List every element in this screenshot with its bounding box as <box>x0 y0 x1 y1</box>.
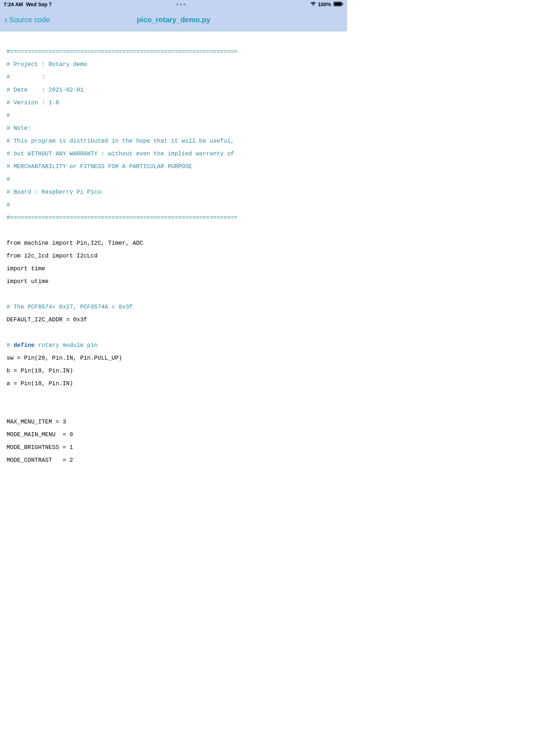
code-line <box>7 403 341 416</box>
code-text: MODE_MAIN_MENU = 0 <box>7 431 73 439</box>
wifi-icon <box>310 1 316 8</box>
svg-rect-1 <box>334 2 342 5</box>
code-line: #=======================================… <box>7 46 341 58</box>
code-text: MODE_CONTRAST = 2 <box>7 457 73 464</box>
code-text: from machine import Pin,I2C, Timer, ADC <box>7 240 143 247</box>
back-label: Source code <box>9 16 50 24</box>
code-line: # <box>7 109 341 122</box>
battery-percent: 100% <box>318 1 331 7</box>
code-keyword: define <box>13 342 35 349</box>
code-line <box>7 326 341 339</box>
code-line <box>7 390 341 403</box>
code-comment: # Version : 1.0 <box>7 99 59 107</box>
status-time: 7:24 AM <box>4 1 23 7</box>
code-viewer[interactable]: #=======================================… <box>0 31 347 473</box>
code-line: # <box>7 173 341 186</box>
code-line: # Project : Rotary demo <box>7 58 341 71</box>
code-line: # The PCF8574= 0x27, PCF8574A = 0x3f <box>7 301 341 314</box>
code-line: # Board : Raspberry Pi Pico <box>7 186 341 199</box>
code-comment: #=======================================… <box>7 214 238 222</box>
code-text: b = Pin(19, Pin.IN) <box>7 367 73 375</box>
code-comment: # This program is distributed in the hop… <box>7 138 234 145</box>
code-text: a = Pin(18, Pin.IN) <box>7 380 73 388</box>
code-comment: # Date : 2021-02-01 <box>7 86 83 94</box>
battery-icon <box>333 1 343 8</box>
nav-bar: ‹ Source code pico_rotary_demo.py <box>0 9 347 31</box>
status-date: Wed Sep 7 <box>26 1 52 7</box>
code-line: a = Pin(18, Pin.IN) <box>7 378 341 390</box>
code-comment: # MERCHANTABILITY or FITNESS FOR A PARTI… <box>7 163 192 171</box>
dot-icon <box>183 3 186 5</box>
code-line <box>7 224 341 237</box>
code-line: from i2c_lcd import I2cLcd <box>7 250 341 263</box>
code-text: MODE_BRIGHTNESS = 1 <box>7 444 73 452</box>
status-right: 100% <box>310 1 343 8</box>
code-line: # Note: <box>7 122 341 135</box>
dot-icon <box>176 3 178 5</box>
code-line: # MERCHANTABILITY or FITNESS FOR A PARTI… <box>7 160 341 173</box>
code-line: MODE_CONTRAST = 2 <box>7 454 341 467</box>
chevron-left-icon: ‹ <box>4 14 8 26</box>
code-text: MAX_MENU_ITEM = 3 <box>7 418 66 426</box>
code-line: # : <box>7 71 341 84</box>
code-line <box>7 288 341 301</box>
code-line: # define rotary module pin <box>7 339 341 352</box>
code-comment: # <box>7 201 10 209</box>
code-line: # This program is distributed in the hop… <box>7 135 341 148</box>
code-line: from machine import Pin,I2C, Timer, ADC <box>7 237 341 250</box>
code-line: sw = Pin(20, Pin.IN, Pin.PULL_UP) <box>7 352 341 365</box>
dot-icon <box>180 3 182 5</box>
code-comment: # <box>7 342 13 349</box>
code-text: import time <box>7 265 45 273</box>
multitasking-dots[interactable] <box>176 3 186 5</box>
code-line: # Date : 2021-02-01 <box>7 84 341 97</box>
code-text: DEFAULT_I2C_ADDR = 0x3f <box>7 316 87 324</box>
code-line: MODE_BRIGHTNESS = 1 <box>7 441 341 454</box>
code-line: DEFAULT_I2C_ADDR = 0x3f <box>7 314 341 326</box>
code-line: # <box>7 199 341 212</box>
code-text: from i2c_lcd import I2cLcd <box>7 252 98 260</box>
code-comment: #=======================================… <box>7 48 238 56</box>
code-comment: # Note: <box>7 125 31 132</box>
code-line: # but WITHOUT ANY WARRANTY : without eve… <box>7 148 341 160</box>
svg-rect-2 <box>342 3 343 5</box>
code-line: MAX_MENU_ITEM = 3 <box>7 416 341 429</box>
code-comment: # <box>7 112 10 120</box>
code-comment: # : <box>7 74 45 81</box>
back-button[interactable]: ‹ Source code <box>0 14 50 26</box>
code-comment: # The PCF8574= 0x27, PCF8574A = 0x3f <box>7 303 133 311</box>
code-text: sw = Pin(20, Pin.IN, Pin.PULL_UP) <box>7 355 122 362</box>
status-left: 7:24 AM Wed Sep 7 <box>4 1 52 7</box>
code-line: # Version : 1.0 <box>7 97 341 109</box>
code-text: import utime <box>7 278 48 286</box>
code-comment: # <box>7 176 10 183</box>
code-line: import utime <box>7 275 341 288</box>
code-comment: # Project : Rotary demo <box>7 61 87 69</box>
code-line: import time <box>7 263 341 275</box>
code-comment: # Board : Raspberry Pi Pico <box>7 189 101 196</box>
code-line: b = Pin(19, Pin.IN) <box>7 365 341 378</box>
code-comment: # but WITHOUT ANY WARRANTY : without eve… <box>7 150 234 158</box>
code-comment: rotary module pin <box>35 342 98 349</box>
page-title: pico_rotary_demo.py <box>137 16 210 24</box>
status-bar: 7:24 AM Wed Sep 7 100% <box>0 0 347 9</box>
code-line: #=======================================… <box>7 212 341 224</box>
code-line: MODE_MAIN_MENU = 0 <box>7 429 341 441</box>
